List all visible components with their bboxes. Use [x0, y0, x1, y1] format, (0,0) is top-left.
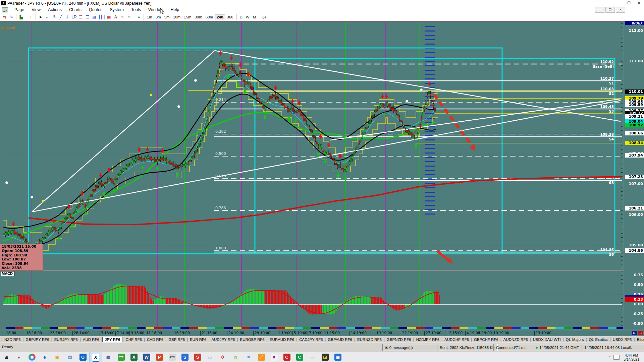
restore-button[interactable]: ❐ — [624, 0, 634, 6]
tab-eur-rf6[interactable]: EUR RF6 — [188, 337, 208, 342]
horizontal-line-tool-icon[interactable]: ⌐ — [44, 14, 50, 20]
atr-app-icon[interactable]: ATR — [166, 352, 178, 362]
child-close-button[interactable]: ✕ — [616, 7, 625, 13]
tab-eurgbp-rf6[interactable]: EURGBP RF6 — [238, 337, 266, 342]
slack-icon[interactable]: ⌗ — [268, 352, 280, 362]
screen-share-app-icon[interactable]: 🖳 — [242, 352, 255, 362]
menu-quotes[interactable]: Quotes — [85, 7, 106, 13]
show-desktop-button[interactable] — [642, 352, 644, 362]
price-axis[interactable]: INDEX 112.00111.00108.00107.00106.00105.… — [623, 21, 644, 330]
word-icon[interactable]: W — [140, 352, 153, 362]
tab-eurnzd-rf6[interactable]: EURNZD RF6 — [355, 337, 384, 342]
notepad-icon[interactable]: ▤ — [64, 352, 76, 362]
chrome-icon[interactable] — [25, 352, 38, 362]
overflow-chevron-icon[interactable]: » — [136, 14, 142, 20]
start-button[interactable]: ⊞ — [0, 352, 13, 362]
menu-page[interactable]: Page — [11, 7, 28, 13]
tab-gbpaud-rf6[interactable]: GBPAUD RF6 — [326, 337, 354, 342]
tab-audchf-rf6[interactable]: AUDCHF RF6 — [442, 337, 471, 342]
n-green-app-icon[interactable]: N — [229, 352, 242, 362]
tab-usdx-rf6[interactable]: USDX RF6 — [611, 337, 634, 342]
parallel-lines-tool-icon[interactable]: ⫽ — [64, 14, 70, 20]
tab-aud-rf6[interactable]: AUD RF6 — [81, 337, 101, 342]
menu-window[interactable]: Window — [145, 7, 167, 13]
menu-help[interactable]: Help — [167, 7, 183, 13]
timeframe-240[interactable]: 240 — [215, 14, 225, 20]
camtasia-green-icon[interactable]: C — [293, 352, 306, 362]
outlook-icon[interactable]: O — [76, 352, 89, 362]
vertical-line-tool-icon[interactable]: ╙ — [51, 14, 57, 20]
patrader-icon[interactable]: X — [89, 352, 102, 362]
pat-levels-tool-icon[interactable]: ≡ — [119, 14, 125, 20]
page-chart-icon[interactable] — [2, 7, 8, 12]
tab-audnzd-rf6[interactable]: AUDNZD RF6 — [501, 337, 530, 342]
pointer-tool-icon[interactable]: ➤ — [38, 14, 44, 20]
timeframe-1m[interactable]: 1m — [145, 14, 154, 20]
tab-nzd-rf6[interactable]: NZD RF6 — [2, 337, 23, 342]
s-blue-app-icon[interactable]: S — [178, 352, 191, 362]
tab-usdx-xau-wti[interactable]: USDX XAU WTI — [531, 337, 563, 342]
chart-orange-app-icon[interactable]: ⟋ — [255, 352, 268, 362]
tab-chf-rf6[interactable]: CHF RF6 — [123, 337, 144, 342]
tab-cad-rf6[interactable]: CAD RF6 — [145, 337, 165, 342]
timeframe-15m[interactable]: 15m — [182, 14, 193, 20]
anchor-arrows-icon[interactable]: ⇅ — [8, 14, 14, 20]
tab-euraud-rf6[interactable]: EURAUD RF6 — [268, 337, 296, 342]
scroll-end-button[interactable]: → — [638, 331, 643, 335]
tab-jpy-rf6[interactable]: JPY RF6 — [102, 337, 122, 342]
tab-gbpchf-rf6[interactable]: GBPCHF RF6 — [472, 337, 500, 342]
timeframe-10m[interactable]: 10m — [171, 14, 182, 20]
ftp-icon[interactable]: FTP — [115, 352, 127, 362]
tab-eurjpy-rf6[interactable]: EURJPY RF6 — [52, 337, 80, 342]
search-icon[interactable]: ⌕ — [13, 352, 25, 362]
timeframe-360[interactable]: 360 — [225, 14, 235, 20]
close-button[interactable]: ✕ — [634, 0, 644, 6]
trendline-tool-icon[interactable]: ╱ — [58, 14, 64, 20]
chart-type-icon[interactable]: ▙ — [18, 14, 24, 20]
tab-audjpy-rf6[interactable]: AUDJPY RF6 — [209, 337, 237, 342]
period-d[interactable]: D — [238, 14, 244, 20]
keyboard-tray-icon[interactable] — [613, 355, 620, 360]
child-minimize-button[interactable]: — — [595, 7, 604, 13]
tab-gbpnzd-rf6[interactable]: GBPNZD RF6 — [385, 337, 413, 342]
dotted-band-tool-icon[interactable]: ▦ — [106, 14, 112, 20]
session-clock-icon[interactable]: ◷ — [261, 14, 267, 20]
tab-bitcoin[interactable]: Bitcoin — [635, 337, 644, 342]
tab-gbpjpy-rf6[interactable]: GBPJPY RF6 — [24, 337, 51, 342]
tab-ql-exotics[interactable]: QL-Exotics — [587, 337, 609, 342]
timeframe-60m[interactable]: 60m — [204, 14, 215, 20]
minimize-button[interactable]: — — [614, 0, 624, 6]
hatch-tool-icon[interactable]: ▨ — [91, 14, 97, 20]
scroll-arrows-icon[interactable]: ⇆ — [2, 14, 8, 20]
menu-system[interactable]: System — [106, 7, 127, 13]
dark-yellow-app-icon[interactable]: ◪ — [319, 352, 331, 362]
menu-view[interactable]: View — [28, 7, 44, 13]
child-restore-button[interactable]: ❐ — [605, 7, 615, 13]
tab-ql-majors[interactable]: QL-Majors — [564, 337, 586, 342]
time-axis[interactable]: 18:0018 18:0023 18:0028 14:003 18:007 14… — [0, 330, 644, 336]
period-m[interactable]: M — [251, 14, 258, 20]
levels-tool-icon[interactable]: ☰ — [85, 14, 91, 20]
fib-levels-tool-icon[interactable]: ☰ — [78, 14, 84, 20]
chart-canvas[interactable]: 0.2140.3820.5000.6180.7861.000110.92Base… — [0, 21, 644, 330]
edge-icon[interactable]: e — [38, 352, 51, 362]
timeframe-3m[interactable]: 3m — [154, 14, 163, 20]
period-w[interactable]: W — [244, 14, 251, 20]
linear-regression-tool-icon[interactable]: LR — [71, 14, 77, 20]
menu-charts[interactable]: Charts — [65, 7, 85, 13]
timeframe-5m[interactable]: 5m — [163, 14, 171, 20]
crosshair-icon[interactable]: + — [28, 14, 34, 20]
taskbar-clock[interactable]: 4:44 PM 5/14/2021 — [621, 353, 642, 361]
tab-gbp-rf6[interactable]: GBP RF6 — [166, 337, 187, 342]
text-tool-icon[interactable]: A — [113, 14, 119, 20]
cycle-lines-tool-icon[interactable]: ┃┃┃ — [98, 14, 105, 20]
file-explorer-icon[interactable]: ▣ — [51, 352, 64, 362]
camtasia-red-icon[interactable]: C — [280, 352, 293, 362]
onedrive-folder-icon[interactable]: ▱ — [306, 352, 319, 362]
menu-actions[interactable]: Actions — [44, 7, 65, 13]
hsl-levels-tool-icon[interactable]: ≡ — [126, 14, 132, 20]
tab-cadjpy-rf6[interactable]: CADJPY RF6 — [297, 337, 325, 342]
menu-tools[interactable]: Tools — [127, 7, 145, 13]
powerpoint-icon[interactable]: P — [153, 352, 166, 362]
timeframe-30m[interactable]: 30m — [193, 14, 204, 20]
